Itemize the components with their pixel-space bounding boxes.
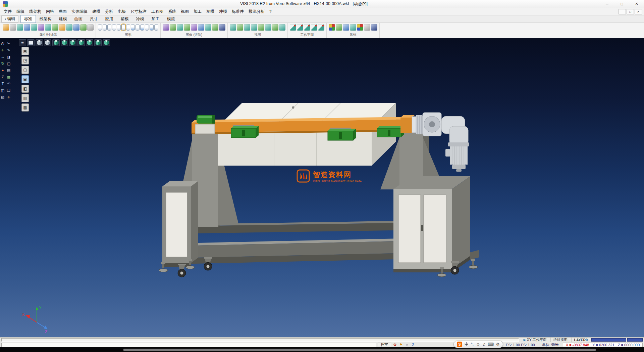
ribbon-icon[interactable] bbox=[73, 24, 79, 31]
view-mode-field[interactable]: 绝对视图 bbox=[550, 338, 570, 342]
ime-icon[interactable]: S bbox=[457, 342, 462, 347]
ribbon-icon[interactable] bbox=[279, 24, 285, 31]
status-icon[interactable]: ⌂ bbox=[405, 342, 410, 347]
ribbon-icon[interactable] bbox=[311, 24, 317, 31]
float-tool-button[interactable]: ▥ bbox=[21, 94, 29, 102]
ime-icon[interactable]: ⌨ bbox=[488, 342, 493, 347]
toolbar-tab[interactable]: 标准 bbox=[20, 15, 36, 23]
status-icon[interactable]: ⚑ bbox=[398, 342, 404, 347]
taskbar[interactable] bbox=[0, 347, 644, 352]
menu-item[interactable]: 曲面 bbox=[56, 8, 69, 15]
ribbon-icon[interactable] bbox=[304, 24, 310, 31]
view-cube-button[interactable] bbox=[94, 39, 102, 46]
menu-item[interactable]: 尺寸标注 bbox=[128, 8, 149, 15]
menu-item[interactable]: 冲模 bbox=[217, 8, 229, 15]
ribbon-icon[interactable] bbox=[272, 24, 278, 31]
ribbon-icon[interactable] bbox=[336, 24, 342, 31]
minimize-button[interactable]: ─ bbox=[600, 0, 614, 8]
view-cube-button[interactable] bbox=[103, 39, 110, 46]
ribbon-icon[interactable] bbox=[364, 24, 370, 31]
view-cube-button[interactable] bbox=[44, 39, 51, 46]
ribbon-icon[interactable] bbox=[80, 24, 87, 31]
ribbon-icon[interactable] bbox=[112, 24, 116, 31]
layer-color-bar[interactable] bbox=[627, 338, 643, 342]
ribbon-icon[interactable] bbox=[131, 24, 135, 31]
ribbon-icon[interactable] bbox=[297, 24, 303, 31]
toolbar-tab[interactable]: 加工 bbox=[148, 15, 163, 23]
menu-item[interactable]: 塑模 bbox=[204, 8, 217, 15]
viewport-3d[interactable]: Y X Z ◎✂✛✎↔◨↻▢●▤Z▦T↶◫❏▧✚ ▣◳▢▣◧▥▩ ≡ bbox=[0, 38, 644, 337]
sidebar-tool-icon[interactable]: ◨ bbox=[6, 54, 11, 59]
ribbon-icon[interactable] bbox=[117, 24, 121, 31]
ribbon-icon[interactable] bbox=[329, 24, 335, 31]
view-cube-button[interactable] bbox=[27, 39, 35, 46]
sidebar-tool-icon[interactable]: ▢ bbox=[6, 61, 11, 66]
ribbon-icon[interactable] bbox=[150, 24, 154, 31]
layer-field[interactable]: LAYER0 bbox=[571, 338, 590, 342]
ime-icon[interactable]: °, bbox=[471, 342, 474, 347]
command-prompt[interactable] bbox=[1, 343, 376, 347]
view-cube-button[interactable] bbox=[52, 39, 60, 46]
view-cube-button[interactable]: ≡ bbox=[19, 39, 26, 46]
ribbon-icon[interactable] bbox=[52, 24, 58, 31]
toolbar-tab[interactable]: 建模 bbox=[55, 15, 71, 23]
sidebar-tool-icon[interactable]: ◫ bbox=[0, 88, 5, 93]
ribbon-icon[interactable] bbox=[198, 24, 204, 31]
sidebar-tool-icon[interactable]: ◎ bbox=[0, 41, 5, 46]
toolbar-tab[interactable]: 线架构 bbox=[36, 15, 55, 23]
ribbon-icon[interactable] bbox=[45, 24, 51, 31]
float-tool-button[interactable]: ▣ bbox=[21, 47, 29, 55]
toolbar-tab[interactable]: 曲面 bbox=[71, 15, 86, 23]
ribbon-icon[interactable] bbox=[244, 24, 250, 31]
ribbon-icon[interactable] bbox=[205, 24, 211, 31]
edit-dropdown[interactable]: ▾ 编辑 bbox=[1, 15, 18, 23]
sidebar-tool-icon[interactable]: ↶ bbox=[6, 81, 11, 86]
snap-toggle[interactable]: 拴牢 bbox=[378, 343, 391, 347]
toolbar-tab[interactable]: 尺寸 bbox=[86, 15, 102, 23]
maximize-button[interactable]: □ bbox=[614, 0, 629, 8]
ribbon-icon[interactable] bbox=[59, 24, 65, 31]
float-tool-button[interactable]: ▩ bbox=[21, 103, 29, 112]
toolbar-tab[interactable]: 应用 bbox=[102, 15, 117, 23]
menu-item[interactable]: 系统 bbox=[166, 8, 178, 15]
workplane-field[interactable]: ◉ XY 工作平面 bbox=[520, 338, 549, 342]
ribbon-icon[interactable] bbox=[31, 24, 37, 31]
ribbon-icon[interactable] bbox=[154, 24, 158, 31]
sidebar-tool-icon[interactable]: T bbox=[0, 81, 5, 86]
ribbon-icon[interactable] bbox=[170, 24, 176, 31]
menu-item[interactable]: 网格 bbox=[44, 8, 56, 15]
menu-item[interactable]: 加工 bbox=[191, 8, 204, 15]
mdi-close-button[interactable]: ✕ bbox=[635, 9, 642, 14]
sidebar-tool-icon[interactable]: ✛ bbox=[0, 48, 5, 53]
toolbar-tab[interactable]: 模流 bbox=[163, 15, 179, 23]
ribbon-icon[interactable] bbox=[38, 24, 44, 31]
menu-item[interactable]: 线架构 bbox=[27, 8, 44, 15]
ribbon-icon[interactable] bbox=[163, 24, 169, 31]
ribbon-icon[interactable] bbox=[357, 24, 363, 31]
sidebar-tool-icon[interactable]: ✂ bbox=[6, 41, 11, 46]
layer-color-bar[interactable] bbox=[591, 338, 626, 342]
float-tool-button[interactable]: ▢ bbox=[21, 66, 29, 74]
view-cube-button[interactable] bbox=[61, 39, 68, 46]
ribbon-icon[interactable] bbox=[107, 24, 111, 31]
ribbon-icon[interactable] bbox=[103, 24, 107, 31]
view-cube-button[interactable] bbox=[86, 39, 93, 46]
ribbon-icon[interactable] bbox=[126, 24, 130, 31]
toolbar-tab[interactable]: 冲模 bbox=[132, 15, 148, 23]
ribbon-icon[interactable] bbox=[230, 24, 236, 31]
ribbon-icon[interactable] bbox=[251, 24, 257, 31]
sidebar-tool-icon[interactable]: ▧ bbox=[0, 95, 5, 100]
menu-item[interactable]: 视图 bbox=[178, 8, 191, 15]
ribbon-icon[interactable] bbox=[290, 24, 296, 31]
menu-item[interactable]: 编辑 bbox=[14, 8, 27, 15]
ribbon-icon[interactable] bbox=[237, 24, 243, 31]
ribbon-icon[interactable] bbox=[212, 24, 218, 31]
float-tool-button[interactable]: ▣ bbox=[21, 75, 29, 83]
sidebar-tool-icon[interactable]: ↔ bbox=[0, 54, 5, 59]
toolbar-tab[interactable]: 塑模 bbox=[117, 15, 132, 23]
float-tool-button[interactable]: ◳ bbox=[21, 56, 29, 64]
ribbon-icon[interactable] bbox=[121, 24, 125, 31]
menu-item[interactable]: 标准件 bbox=[229, 8, 246, 15]
sidebar-tool-icon[interactable]: ↻ bbox=[0, 61, 5, 66]
ime-icon[interactable]: ♫ bbox=[482, 342, 485, 347]
